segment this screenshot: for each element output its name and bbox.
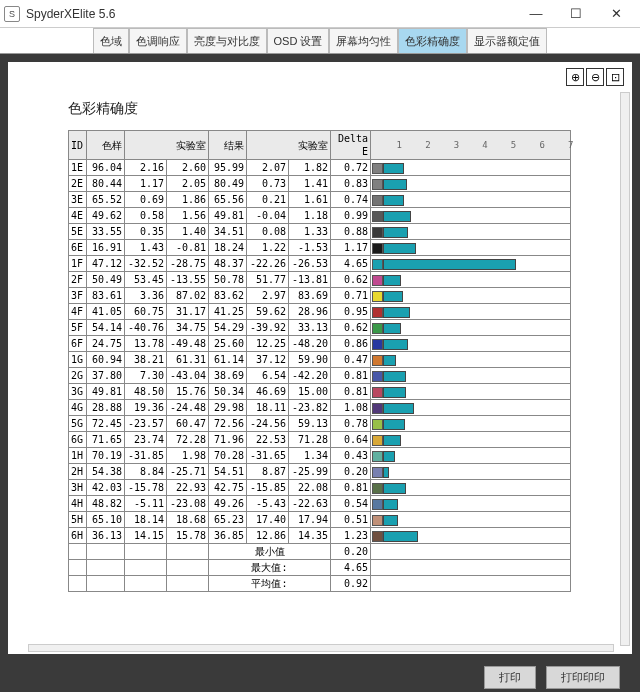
cell-s2: 7.30 — [125, 368, 167, 384]
cell-r3: 15.00 — [289, 384, 331, 400]
color-swatch — [372, 515, 383, 526]
tick-label: 6 — [539, 139, 544, 152]
cell-delta: 1.17 — [331, 240, 371, 256]
tab-5[interactable]: 色彩精确度 — [398, 28, 467, 53]
cell-s1: 41.05 — [87, 304, 125, 320]
cell-s2: -40.76 — [125, 320, 167, 336]
cell-bar — [371, 304, 571, 320]
table-row: 4F41.0560.7531.1741.2559.6228.960.95 — [69, 304, 571, 320]
cell-s3: 61.31 — [167, 352, 209, 368]
color-swatch — [372, 211, 383, 222]
cell-s3: 87.02 — [167, 288, 209, 304]
cell-s2: 60.75 — [125, 304, 167, 320]
cell-bar — [371, 512, 571, 528]
cell-r1: 48.37 — [209, 256, 247, 272]
delta-bar — [383, 387, 406, 398]
delta-bar — [383, 355, 396, 366]
cell-s3: -49.48 — [167, 336, 209, 352]
cell-s3: 1.56 — [167, 208, 209, 224]
delta-bar — [383, 339, 408, 350]
cell-id: 1G — [69, 352, 87, 368]
cell-s2: 0.69 — [125, 192, 167, 208]
color-swatch — [372, 243, 383, 254]
color-swatch — [372, 403, 383, 414]
color-swatch — [372, 307, 383, 318]
table-row: 6E16.911.43-0.8118.241.22-1.531.17 — [69, 240, 571, 256]
table-row: 5G72.45-23.5760.4772.56-24.5659.130.78 — [69, 416, 571, 432]
cell-s3: 1.98 — [167, 448, 209, 464]
cell-r2: -5.43 — [247, 496, 289, 512]
print-button[interactable]: 打印 — [484, 666, 536, 689]
cell-s2: 3.36 — [125, 288, 167, 304]
cell-s3: -24.48 — [167, 400, 209, 416]
cell-s3: -43.04 — [167, 368, 209, 384]
cell-delta: 0.99 — [331, 208, 371, 224]
zoom-in-icon[interactable]: ⊕ — [566, 68, 584, 86]
cell-s3: 31.17 — [167, 304, 209, 320]
cell-delta: 0.81 — [331, 368, 371, 384]
tab-4[interactable]: 屏幕均匀性 — [329, 28, 398, 53]
cell-id: 4E — [69, 208, 87, 224]
color-accuracy-table: ID 色样 实验室 结果 实验室 Delta E 1234567 1E96.04… — [68, 130, 571, 592]
table-header-row: ID 色样 实验室 结果 实验室 Delta E 1234567 — [69, 131, 571, 160]
print-alt-button[interactable]: 打印印印 — [546, 666, 620, 689]
delta-bar — [383, 451, 395, 462]
cell-s1: 96.04 — [87, 160, 125, 176]
cell-s2: -5.11 — [125, 496, 167, 512]
cell-r3: -42.20 — [289, 368, 331, 384]
cell-r3: -23.82 — [289, 400, 331, 416]
col-sample: 色样 — [87, 131, 125, 160]
table-row: 6F24.7513.78-49.4825.6012.25-48.200.86 — [69, 336, 571, 352]
tab-1[interactable]: 色调响应 — [129, 28, 187, 53]
tab-0[interactable]: 色域 — [93, 28, 129, 53]
table-row: 1H70.19-31.851.9870.28-31.651.340.43 — [69, 448, 571, 464]
cell-delta: 0.71 — [331, 288, 371, 304]
cell-s1: 28.88 — [87, 400, 125, 416]
cell-s2: 0.35 — [125, 224, 167, 240]
cell-s2: 19.36 — [125, 400, 167, 416]
cell-r2: 6.54 — [247, 368, 289, 384]
color-swatch — [372, 451, 383, 462]
cell-id: 3G — [69, 384, 87, 400]
cell-r3: -13.81 — [289, 272, 331, 288]
cell-s3: 1.40 — [167, 224, 209, 240]
cell-r3: -25.99 — [289, 464, 331, 480]
zoom-out-icon[interactable]: ⊖ — [586, 68, 604, 86]
scrollbar-vertical[interactable] — [620, 92, 630, 646]
maximize-button[interactable]: ☐ — [556, 0, 596, 28]
close-button[interactable]: ✕ — [596, 0, 636, 28]
cell-r1: 36.85 — [209, 528, 247, 544]
cell-r2: -22.26 — [247, 256, 289, 272]
cell-s3: 15.76 — [167, 384, 209, 400]
cell-s3: 15.78 — [167, 528, 209, 544]
window-title: SpyderXElite 5.6 — [26, 7, 516, 21]
cell-s1: 24.75 — [87, 336, 125, 352]
zoom-fit-icon[interactable]: ⊡ — [606, 68, 624, 86]
tab-6[interactable]: 显示器额定值 — [467, 28, 547, 53]
cell-s1: 48.82 — [87, 496, 125, 512]
cell-r1: 49.81 — [209, 208, 247, 224]
cell-id: 1H — [69, 448, 87, 464]
delta-bar — [383, 531, 418, 542]
cell-s2: 23.74 — [125, 432, 167, 448]
cell-id: 5E — [69, 224, 87, 240]
cell-r1: 70.28 — [209, 448, 247, 464]
cell-s2: 48.50 — [125, 384, 167, 400]
cell-bar — [371, 416, 571, 432]
cell-s2: -23.57 — [125, 416, 167, 432]
color-swatch — [372, 499, 383, 510]
minimize-button[interactable]: — — [516, 0, 556, 28]
cell-r1: 18.24 — [209, 240, 247, 256]
tab-3[interactable]: OSD 设置 — [267, 28, 330, 53]
cell-bar — [371, 320, 571, 336]
cell-r1: 83.62 — [209, 288, 247, 304]
table-row: 5E33.550.351.4034.510.081.330.88 — [69, 224, 571, 240]
cell-s2: 2.16 — [125, 160, 167, 176]
cell-s1: 72.45 — [87, 416, 125, 432]
cell-r2: -31.65 — [247, 448, 289, 464]
tab-2[interactable]: 亮度与对比度 — [187, 28, 267, 53]
app-icon: S — [4, 6, 20, 22]
cell-s1: 70.19 — [87, 448, 125, 464]
cell-delta: 0.51 — [331, 512, 371, 528]
scrollbar-horizontal[interactable] — [28, 644, 614, 652]
